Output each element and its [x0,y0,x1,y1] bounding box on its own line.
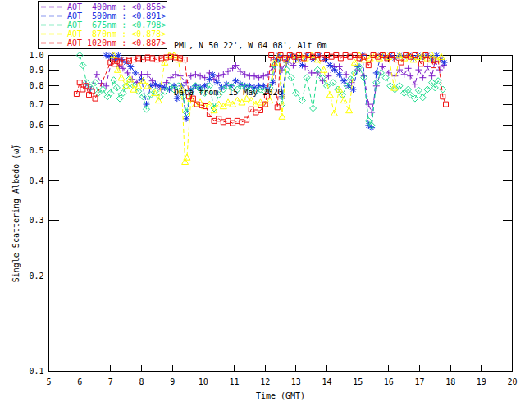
y-tick-label: 0.6 [29,121,43,130]
legend-item-1020nm: AOT 1020nm : <0.887> [40,39,165,48]
y-tick-label: 0.8 [29,81,43,90]
legend-label-400nm: AOT 400nm : <0.856> [67,2,166,11]
legend-dash-sample-500nm [40,11,65,21]
legend-dash-sample-1020nm [40,39,65,48]
plot-header: PML, N 50 22', W 04 08', Alt 0m Data fro… [174,7,327,131]
x-tick-label: 10 [199,377,208,386]
legend-item-870nm: AOT 870nm : <0.878> [40,30,165,39]
legend-label-675nm: AOT 675nm : <0.798> [67,21,166,30]
legend-item-675nm: AOT 675nm : <0.798> [40,21,165,30]
legend-dash-sample-870nm [40,30,65,39]
y-tick-label: 0.9 [29,66,43,75]
x-tick-label: 20 [507,377,517,386]
y-axis-label: Single Scattering Albedo (ω̃) [11,144,21,283]
y-tick-label: 0.2 [29,272,43,281]
legend-item-400nm: AOT 400nm : <0.856> [40,2,165,11]
x-tick-label: 15 [353,377,363,386]
ssa-plot-window: 567891011121314151617181920Time (GMT)0.1… [0,0,525,420]
x-tick-label: 14 [322,377,331,386]
x-tick-label: 9 [170,377,175,386]
legend-label-500nm: AOT 500nm : <0.891> [67,11,166,21]
data-date-text: Data from: 15 May 2020 [174,84,327,100]
legend-dash-sample-400nm [40,2,65,11]
x-tick-label: 17 [414,377,424,386]
x-tick-label: 16 [384,377,394,386]
legend-box: AOT 400nm : <0.856>AOT 500nm : <0.891>AO… [38,1,167,49]
legend-dash-sample-675nm [40,21,65,30]
x-tick-label: 6 [77,377,82,386]
x-tick-label: 13 [291,377,301,386]
x-tick-label: 5 [46,377,51,386]
legend-label-1020nm: AOT 1020nm : <0.887> [67,39,166,48]
x-tick-label: 8 [139,377,144,386]
x-axis-label: Time (GMT) [256,391,305,400]
legend-item-500nm: AOT 500nm : <0.891> [40,11,165,21]
x-tick-label: 18 [445,377,455,386]
x-tick-label: 12 [260,377,270,386]
x-tick-label: 7 [108,377,113,386]
y-tick-label: 0.5 [29,146,43,155]
legend-label-870nm: AOT 870nm : <0.878> [67,30,166,39]
station-location-text: PML, N 50 22', W 04 08', Alt 0m [174,38,327,53]
y-tick-label: 0.7 [29,100,43,109]
y-tick-label: 0.3 [29,216,43,225]
y-tick-label: 0.1 [29,367,43,376]
y-tick-label: 1.0 [29,51,43,60]
y-tick-label: 0.4 [29,176,43,185]
x-tick-label: 11 [229,377,239,386]
x-tick-label: 19 [477,377,486,386]
